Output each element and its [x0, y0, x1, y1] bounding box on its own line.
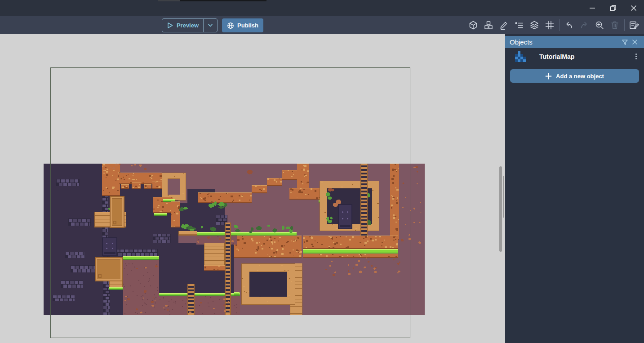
editor-toolbar: Preview Publish	[0, 16, 644, 34]
minimize-button[interactable]	[582, 1, 603, 15]
zoom-in-icon[interactable]	[594, 19, 605, 31]
preview-button-label: Preview	[177, 22, 199, 29]
objects-panel-title: Objects	[510, 38, 620, 46]
close-panel-button[interactable]	[630, 37, 640, 47]
project-notes-icon[interactable]	[628, 19, 640, 31]
object-list-item-tutorialmap[interactable]: TutorialMap	[505, 48, 644, 65]
restore-icon	[610, 5, 616, 11]
edit-pencil-icon[interactable]	[498, 19, 510, 31]
publish-button[interactable]: Publish	[222, 18, 263, 32]
properties-list-icon[interactable]	[513, 19, 525, 31]
objects-panel: Objects TutorialMap Add a new object	[505, 34, 644, 343]
add-new-object-label: Add a new object	[556, 73, 604, 80]
play-icon	[167, 22, 173, 29]
title-bar-strip-dark	[180, 0, 266, 1]
restore-button[interactable]	[603, 1, 623, 15]
globe-icon	[227, 22, 234, 29]
canvas-vertical-scrollbar[interactable]	[499, 166, 502, 252]
panel-edge-scrollbar[interactable]	[503, 176, 504, 218]
tilemap-checker-icon	[515, 51, 526, 62]
close-icon	[632, 39, 638, 45]
filter-button[interactable]	[620, 37, 630, 47]
trash-icon[interactable]	[609, 19, 621, 31]
object-cube-icon[interactable]	[467, 19, 479, 31]
plus-icon	[545, 73, 552, 80]
close-button[interactable]	[623, 1, 644, 15]
layers-icon[interactable]	[529, 19, 540, 31]
toolbar-separator	[624, 19, 625, 31]
scene-window-bounds	[50, 67, 410, 338]
gdevelop-editor-window: Preview Publish	[0, 0, 644, 343]
filter-funnel-icon	[622, 39, 628, 45]
chevron-down-icon	[208, 24, 213, 27]
grid-icon[interactable]	[544, 19, 555, 31]
title-bar-strip-light	[158, 0, 180, 1]
window-controls	[582, 0, 644, 16]
object-context-menu-button[interactable]	[634, 52, 639, 61]
preview-button[interactable]: Preview	[162, 18, 218, 32]
publish-button-label: Publish	[237, 22, 258, 29]
toolbar-separator	[559, 19, 560, 31]
undo-icon[interactable]	[563, 19, 575, 31]
title-bar	[0, 0, 644, 16]
preview-dropdown-button[interactable]	[203, 19, 217, 32]
objects-panel-header: Objects	[505, 36, 644, 48]
minimize-icon	[589, 5, 595, 11]
instances-cubes-icon[interactable]	[483, 19, 494, 31]
toolbar-icon-group	[467, 16, 640, 34]
add-new-object-button[interactable]: Add a new object	[510, 69, 639, 83]
object-name-label: TutorialMap	[539, 53, 634, 60]
close-icon	[631, 5, 637, 11]
panel-divider	[509, 65, 640, 65]
redo-icon[interactable]	[578, 19, 590, 31]
